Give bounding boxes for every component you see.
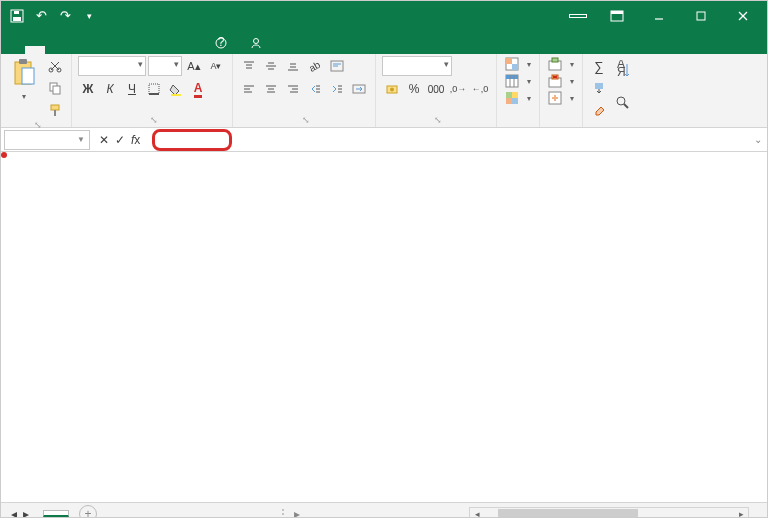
scroll-right-end-icon[interactable]: ▸ <box>289 507 305 519</box>
increase-decimal-button[interactable]: ,0→ <box>448 79 468 99</box>
dialog-launcher-icon[interactable]: ⤡ <box>434 115 442 125</box>
find-select-button[interactable] <box>613 88 633 118</box>
align-bottom-button[interactable] <box>283 56 303 76</box>
svg-rect-70 <box>595 83 603 89</box>
format-as-table-button[interactable]: ▾ <box>503 73 533 89</box>
tab-share[interactable] <box>240 32 275 54</box>
chevron-down-icon: ▾ <box>22 92 26 101</box>
tab-home[interactable] <box>25 46 45 54</box>
format-cells-button[interactable]: ▾ <box>546 90 576 106</box>
wrap-text-button[interactable] <box>327 56 347 76</box>
italic-button[interactable]: К <box>100 79 120 99</box>
orientation-button[interactable]: ab <box>305 56 325 76</box>
tab-developer[interactable] <box>165 46 185 54</box>
insert-cells-button[interactable]: ▾ <box>546 56 576 72</box>
tab-tellme[interactable]: ? <box>205 32 240 54</box>
increase-font-button[interactable]: A▴ <box>184 56 204 76</box>
tab-insert[interactable] <box>45 46 65 54</box>
tab-layout[interactable] <box>65 46 85 54</box>
underline-button[interactable]: Ч <box>122 79 142 99</box>
sort-filter-button[interactable]: АЯ <box>613 56 633 86</box>
redo-icon[interactable]: ↷ <box>57 8 73 24</box>
fill-button[interactable] <box>589 78 609 98</box>
paste-button[interactable]: ▾ <box>7 56 41 103</box>
format-painter-button[interactable] <box>45 100 65 120</box>
formula-input[interactable] <box>152 129 232 151</box>
expand-formula-bar-button[interactable]: ⌄ <box>749 134 767 145</box>
cond-format-icon <box>505 57 519 71</box>
accept-formula-button[interactable]: ✓ <box>115 133 125 147</box>
sheet-nav-next-icon[interactable]: ▸ <box>23 507 29 519</box>
cell-styles-button[interactable]: ▾ <box>503 90 533 106</box>
dialog-launcher-icon[interactable]: ⤡ <box>150 115 158 125</box>
minimize-icon[interactable] <box>639 1 679 30</box>
conditional-formatting-button[interactable]: ▾ <box>503 56 533 72</box>
group-number: % 000 ,0→ ←,0 ⤡ <box>376 54 497 127</box>
number-format-select[interactable] <box>382 56 452 76</box>
align-middle-button[interactable] <box>261 56 281 76</box>
sheet-nav-prev-icon[interactable]: ◂ <box>11 507 17 519</box>
autosum-button[interactable]: ∑ <box>589 56 609 76</box>
add-sheet-button[interactable]: + <box>79 505 97 519</box>
ribbon-options-icon[interactable] <box>597 1 637 30</box>
cut-button[interactable] <box>45 56 65 76</box>
percent-button[interactable]: % <box>404 79 424 99</box>
svg-rect-4 <box>611 11 623 14</box>
name-box[interactable]: ▼ <box>4 130 90 150</box>
increase-indent-button[interactable] <box>327 79 347 99</box>
qat-customize-icon[interactable]: ▾ <box>81 8 97 24</box>
align-left-button[interactable] <box>239 79 259 99</box>
tab-data[interactable] <box>105 46 125 54</box>
svg-point-11 <box>254 39 259 44</box>
dialog-launcher-icon[interactable]: ⤡ <box>302 115 310 125</box>
svg-rect-6 <box>697 12 705 20</box>
font-size-select[interactable] <box>148 56 182 76</box>
paste-icon <box>11 58 37 88</box>
decrease-font-button[interactable]: A▾ <box>206 56 226 76</box>
dialog-launcher-icon[interactable]: ⤡ <box>34 120 42 130</box>
comma-button[interactable]: 000 <box>426 79 446 99</box>
close-icon[interactable] <box>723 1 763 30</box>
tab-help[interactable] <box>185 46 205 54</box>
tab-review[interactable] <box>125 46 145 54</box>
bold-button[interactable]: Ж <box>78 79 98 99</box>
cancel-formula-button[interactable]: ✕ <box>99 133 109 147</box>
svg-rect-56 <box>506 75 518 79</box>
clear-button[interactable] <box>589 100 609 120</box>
fx-button[interactable]: fx <box>131 133 140 147</box>
maximize-icon[interactable] <box>681 1 721 30</box>
border-button[interactable] <box>144 79 164 99</box>
tab-formulas[interactable] <box>85 46 105 54</box>
svg-rect-61 <box>506 98 512 104</box>
tab-file[interactable] <box>5 46 25 54</box>
align-center-button[interactable] <box>261 79 281 99</box>
decrease-indent-button[interactable] <box>305 79 325 99</box>
save-icon[interactable] <box>9 8 25 24</box>
delete-cells-button[interactable]: ▾ <box>546 73 576 89</box>
fill-color-button[interactable] <box>166 79 186 99</box>
wrap-icon <box>330 60 344 72</box>
svg-text:?: ? <box>218 37 225 49</box>
merge-button[interactable] <box>349 79 369 99</box>
delete-cells-icon <box>548 74 562 88</box>
tab-view[interactable] <box>145 46 165 54</box>
currency-icon <box>386 83 398 95</box>
font-name-select[interactable] <box>78 56 146 76</box>
worksheet-grid[interactable] <box>1 152 767 502</box>
sheet-tab[interactable] <box>43 510 69 517</box>
svg-rect-64 <box>552 58 558 62</box>
horizontal-scrollbar[interactable]: ◂ ▸ <box>469 507 749 519</box>
login-button[interactable] <box>569 14 587 18</box>
copy-button[interactable] <box>45 78 65 98</box>
align-right-button[interactable] <box>283 79 303 99</box>
decrease-decimal-button[interactable]: ←,0 <box>470 79 490 99</box>
font-color-button[interactable]: А <box>188 79 208 99</box>
svg-rect-20 <box>54 110 56 116</box>
svg-rect-60 <box>512 92 518 98</box>
undo-icon[interactable]: ↶ <box>33 8 49 24</box>
currency-button[interactable] <box>382 79 402 99</box>
align-top-button[interactable] <box>239 56 259 76</box>
title-bar: ↶ ↷ ▾ <box>1 1 767 30</box>
group-editing: ∑ АЯ <box>583 54 639 127</box>
selection-highlight <box>1 152 7 158</box>
